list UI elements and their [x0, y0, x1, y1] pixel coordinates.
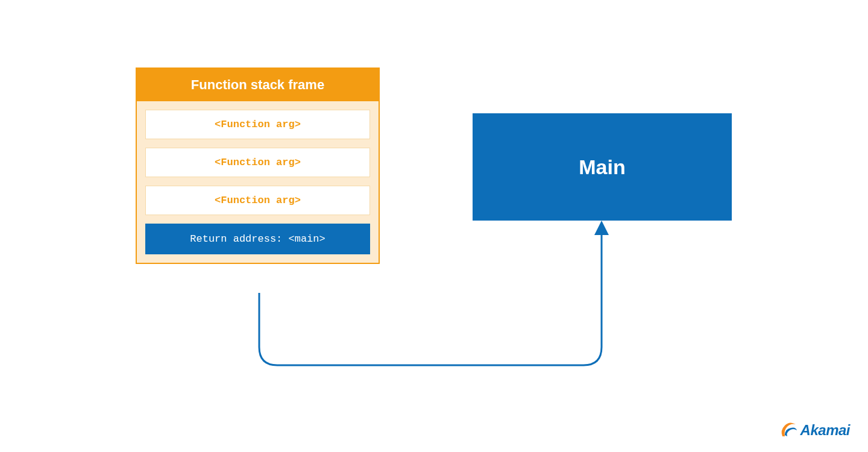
- brand-name: Akamai: [800, 422, 850, 439]
- brand-logo: Akamai: [779, 421, 850, 440]
- stack-row-arg: <Function arg>: [145, 110, 370, 139]
- return-arrow: [253, 221, 615, 377]
- main-label: Main: [579, 155, 625, 179]
- wave-icon: [779, 421, 798, 440]
- stack-row-arg: <Function arg>: [145, 148, 370, 177]
- main-block: Main: [473, 113, 732, 221]
- stack-row-arg: <Function arg>: [145, 186, 370, 215]
- stack-frame-title: Function stack frame: [137, 69, 379, 101]
- svg-marker-0: [594, 221, 609, 235]
